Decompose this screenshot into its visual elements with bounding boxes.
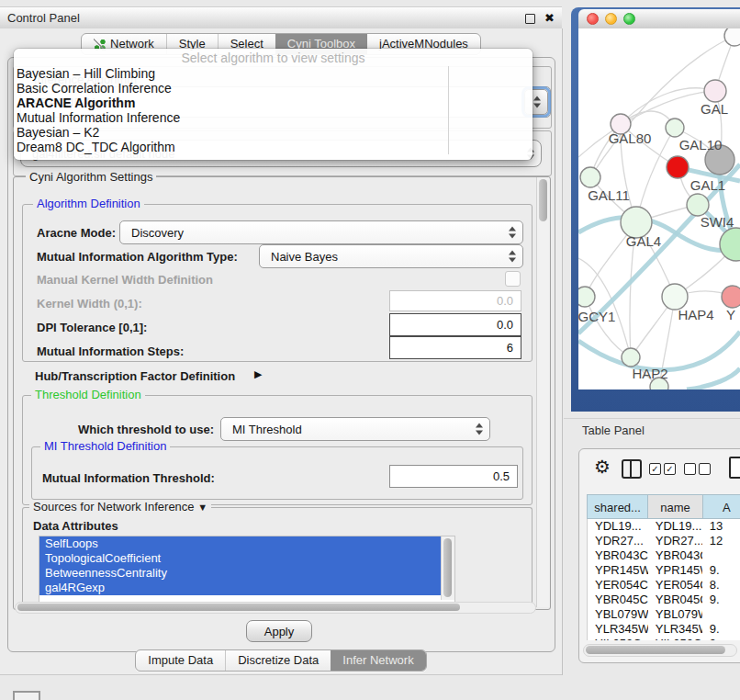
network-node[interactable] [622, 348, 640, 367]
table-cell: YLR345W [588, 622, 648, 637]
mi-steps-input[interactable] [389, 336, 521, 359]
table-horizontal-scrollbar[interactable] [583, 644, 737, 657]
sources-group-title[interactable]: Sources for Network Inference ▼ [29, 501, 211, 514]
table-cell: 13 [702, 519, 740, 534]
tab-label: Impute Data [148, 650, 213, 671]
minimize-window-button[interactable] [605, 13, 617, 25]
apply-button[interactable]: Apply [246, 620, 312, 642]
table-cell: YDL19... [588, 519, 648, 534]
table-cell: 12 [702, 534, 740, 548]
table-header-cell[interactable]: shared... [587, 494, 647, 519]
algorithm-option[interactable]: Bayesian – K2 [15, 125, 448, 140]
algorithm-option[interactable]: ARACNE Algorithm [15, 96, 448, 110]
network-node[interactable] [724, 28, 740, 46]
network-node[interactable] [666, 119, 684, 137]
table-row[interactable]: YBR043CYBR043C [588, 548, 740, 563]
table-row[interactable]: YDL19...YDL19...13 [588, 519, 740, 534]
mi-threshold-label: Mutual Information Threshold: [42, 471, 215, 485]
zoom-window-button[interactable] [623, 13, 635, 25]
attribute-list-item[interactable]: SelfLoops [39, 536, 454, 551]
aracne-mode-label: Aracne Mode: [37, 226, 116, 240]
table-cell: YDR27... [588, 534, 648, 548]
network-node-label: GAL4 [626, 233, 661, 249]
network-node[interactable] [667, 156, 689, 178]
combo-arrows-icon [509, 251, 516, 263]
which-threshold-combo[interactable]: MI Threshold [220, 417, 490, 441]
close-window-button[interactable] [587, 13, 599, 25]
algorithm-option[interactable]: Basic Correlation Inference [15, 81, 448, 96]
network-node-label: GAL [701, 101, 728, 117]
mi-threshold-input[interactable] [389, 465, 518, 488]
hub-expand-icon[interactable]: ▶ [254, 368, 262, 380]
gear-icon[interactable]: ⚙ [594, 457, 611, 476]
table-panel-box: ⚙ ✓ ✓ shared...nameA YDL19...YDL19...13Y… [578, 448, 740, 663]
aracne-mode-combo[interactable]: Discovery [119, 220, 523, 244]
algorithm-option[interactable]: Mutual Information Inference [15, 110, 448, 125]
attribute-list-item[interactable]: TopologicalCoefficient [39, 551, 454, 566]
settings-vertical-scrollbar[interactable] [536, 177, 549, 607]
screenshot-root: Control Panel ✖ NetworkStyleSelectCyni T… [0, 0, 740, 700]
table-row[interactable]: YBR045CYBR045C9. [588, 593, 740, 607]
table-cell: YLR345W [648, 622, 702, 637]
table-row[interactable]: YIL052CYIL052C9 [588, 637, 740, 640]
network-node[interactable] [704, 80, 726, 102]
select-all-checkbox-icon[interactable]: ✓ [664, 463, 676, 475]
columns-icon[interactable] [622, 459, 642, 479]
network-canvas[interactable]: GALGAL80GAL10GAL11GAL1GAL4SWI4GCY1HAP4YH… [578, 28, 740, 390]
network-node[interactable] [687, 194, 709, 216]
deselect-checkbox-icon[interactable] [699, 463, 711, 475]
attribute-list-item[interactable]: BetweennessCentrality [39, 566, 454, 581]
algorithm-option[interactable]: Dream8 DC_TDC Algorithm [15, 140, 448, 154]
network-node[interactable] [720, 228, 740, 261]
threshold-definition-title: Threshold Definition [31, 389, 145, 401]
network-node[interactable] [578, 287, 595, 307]
table-cell: YER054C [588, 578, 648, 593]
manual-kernel-checkbox[interactable] [505, 271, 521, 287]
table-header-cell[interactable]: A [702, 494, 740, 519]
tab-infer-network[interactable]: Infer Network [331, 650, 425, 671]
table-row[interactable]: YPR145WYPR145W9. [588, 563, 740, 578]
network-node-label: GAL80 [609, 130, 652, 146]
float-window-icon[interactable] [525, 14, 535, 24]
hub-definition-label[interactable]: Hub/Transcription Factor Definition [35, 369, 235, 383]
table-cell: YDL19... [648, 519, 702, 534]
network-node[interactable] [662, 284, 688, 310]
table-cell: YIL052C [648, 637, 702, 640]
network-edge [578, 332, 740, 370]
settings-horizontal-scrollbar[interactable] [15, 602, 536, 614]
network-node-label: GCY1 [578, 309, 615, 324]
tab-impute-data[interactable]: Impute Data [136, 650, 225, 671]
table-header-cell[interactable]: name [647, 494, 701, 519]
mi-threshold-group-title: MI Threshold Definition [40, 440, 170, 453]
attribute-list-item[interactable]: gal4RGexp [39, 581, 454, 595]
mi-steps-label: Mutual Information Steps: [37, 344, 184, 358]
network-node[interactable] [580, 167, 600, 187]
kernel-width-input[interactable] [389, 290, 521, 311]
sources-collapse-icon: ▼ [197, 502, 207, 513]
network-node-label: Y [726, 307, 735, 322]
algorithm-option[interactable]: Bayesian – Hill Climbing [15, 66, 448, 81]
algorithm-select-popup: Select algorithm to view settings Bayesi… [14, 49, 533, 160]
combo-arrows-icon [476, 423, 483, 435]
docked-panel-icon[interactable] [13, 691, 40, 700]
table-cell: 9. [702, 593, 740, 607]
table-row[interactable]: YLR345WYLR345W9. [588, 622, 740, 637]
table-row[interactable]: YBL079WYBL079W [588, 607, 740, 622]
deselect-checkbox-icon[interactable] [684, 463, 696, 475]
network-window-titlebar[interactable] [578, 9, 740, 29]
dpi-tolerance-input[interactable] [389, 313, 521, 336]
mi-type-combo[interactable]: Naive Bayes [259, 244, 523, 268]
select-all-checkbox-icon[interactable]: ✓ [649, 463, 661, 475]
kernel-width-label: Kernel Width (0,1): [37, 297, 142, 310]
tab-discretize-data[interactable]: Discretize Data [225, 650, 331, 671]
new-table-icon[interactable] [729, 457, 740, 479]
table-row[interactable]: YDR27...YDR27...12 [588, 534, 740, 548]
network-node[interactable] [722, 286, 740, 308]
close-panel-icon[interactable]: ✖ [544, 7, 555, 29]
table-rows: YDL19...YDL19...13YDR27...YDR27...12YBR0… [587, 519, 740, 640]
table-header-row: shared...nameA [587, 494, 740, 519]
table-panel-title: Table Panel [582, 423, 645, 437]
table-cell: 8. [702, 578, 740, 593]
table-row[interactable]: YER054CYER054C8. [588, 578, 740, 593]
attributes-list-scrollbar[interactable] [441, 536, 454, 600]
